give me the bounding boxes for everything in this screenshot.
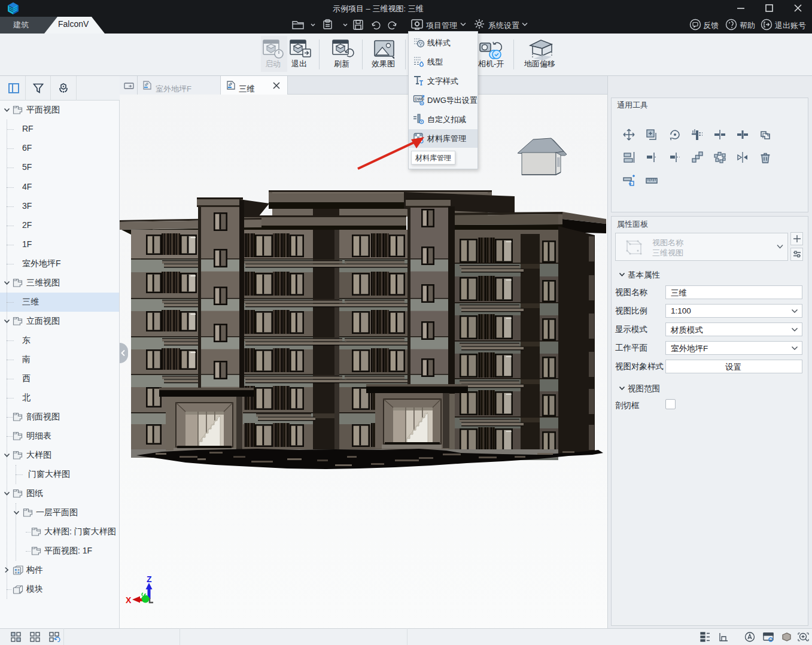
svg-text:Z: Z — [147, 574, 152, 584]
svg-text:X: X — [126, 595, 132, 605]
svg-text:DWG: DWG — [415, 97, 424, 101]
